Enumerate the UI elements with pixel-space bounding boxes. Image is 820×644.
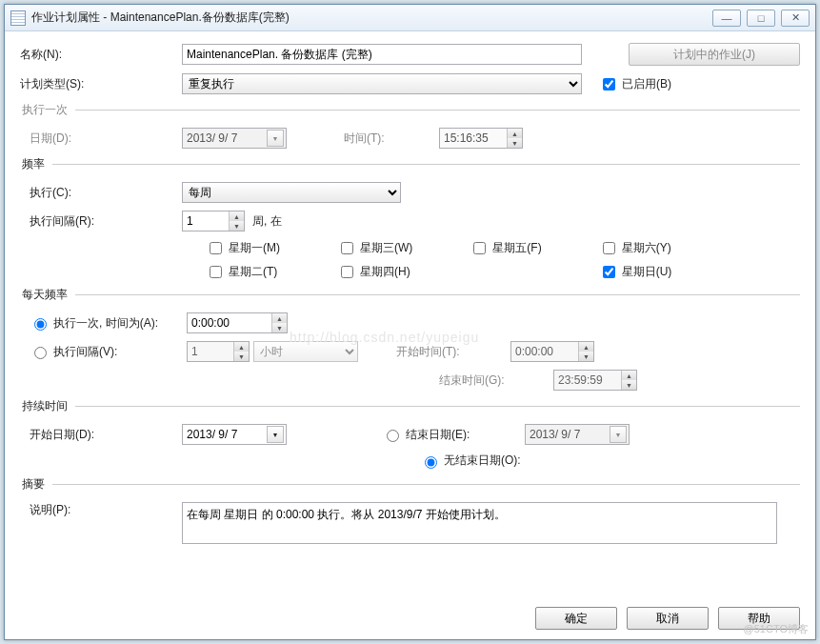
interval-label: 执行间隔(R): <box>20 213 182 230</box>
spin-down-icon[interactable]: ▼ <box>230 221 244 231</box>
interval-input[interactable] <box>183 211 229 231</box>
start-date-label: 开始日期(D): <box>20 427 182 443</box>
name-label: 名称(N): <box>20 47 182 63</box>
spin-down-icon: ▼ <box>508 138 522 148</box>
no-end-date-radio[interactable]: 无结束日期(O): <box>420 453 521 469</box>
enabled-checkbox[interactable]: 已启用(B) <box>599 75 671 93</box>
calendar-dropdown-icon: ▼ <box>610 426 627 443</box>
daily-end-label: 结束时间(G): <box>439 372 553 389</box>
minimize-button[interactable]: — <box>712 10 741 27</box>
start-date-field[interactable]: ▼ <box>182 424 287 445</box>
enabled-checkbox-input[interactable] <box>603 78 615 91</box>
daily-legend: 每天频率 <box>20 287 75 303</box>
interval-suffix: 周, 在 <box>252 213 282 230</box>
schedule-type-label: 计划类型(S): <box>20 76 182 92</box>
window-title: 作业计划属性 - MaintenancePlan.备份数据库(完整) <box>31 10 712 26</box>
end-date-field: ▼ <box>525 424 630 445</box>
app-icon <box>10 10 26 26</box>
enabled-label: 已启用(B) <box>622 76 671 92</box>
once-time-field: ▲▼ <box>439 128 523 149</box>
start-date-input[interactable] <box>183 426 267 443</box>
daily-once-time-input[interactable] <box>188 313 271 332</box>
calendar-dropdown-icon[interactable]: ▼ <box>267 426 284 443</box>
daily-once-radio[interactable]: 执行一次, 时间为(A): <box>30 315 187 332</box>
once-time-input <box>440 129 507 148</box>
frequency-legend: 频率 <box>20 156 52 172</box>
once-date-label: 日期(D): <box>20 131 182 147</box>
daily-start-label: 开始时间(T): <box>396 344 510 360</box>
daily-interval-radio[interactable]: 执行间隔(V): <box>30 344 187 360</box>
schedule-type-select[interactable]: 重复执行 <box>182 73 582 94</box>
daily-interval-spin: ▲▼ <box>187 341 250 362</box>
once-date-input <box>183 130 267 147</box>
day-sun[interactable]: 星期日(U) <box>599 263 672 281</box>
day-tue[interactable]: 星期二(T) <box>206 263 280 281</box>
day-thu[interactable]: 星期四(H) <box>337 263 412 281</box>
daily-once-time[interactable]: ▲▼ <box>187 312 288 333</box>
name-input[interactable] <box>182 44 582 65</box>
titlebar[interactable]: 作业计划属性 - MaintenancePlan.备份数据库(完整) — □ ✕ <box>5 5 815 31</box>
day-mon[interactable]: 星期一(M) <box>206 239 280 257</box>
exec-select[interactable]: 每周 <box>182 182 401 203</box>
maximize-button[interactable]: □ <box>747 10 775 27</box>
duration-legend: 持续时间 <box>20 398 75 414</box>
end-date-radio[interactable]: 结束日期(E): <box>382 427 525 443</box>
calendar-dropdown-icon: ▼ <box>267 130 284 147</box>
scheduled-jobs-button[interactable]: 计划中的作业(J) <box>629 43 800 66</box>
interval-spin[interactable]: ▲▼ <box>182 211 245 231</box>
spin-up-icon: ▲ <box>508 129 522 138</box>
daily-interval-input <box>188 342 233 361</box>
close-button[interactable]: ✕ <box>781 10 810 27</box>
dialog-window: 作业计划属性 - MaintenancePlan.备份数据库(完整) — □ ✕… <box>4 4 816 640</box>
summary-legend: 摘要 <box>20 476 52 493</box>
desc-textarea[interactable] <box>182 502 777 544</box>
cancel-button[interactable]: 取消 <box>627 607 709 630</box>
exec-once-legend: 执行一次 <box>20 102 75 118</box>
watermark-url: http://blog.csdn.net/yupeigu <box>290 330 479 345</box>
once-time-label: 时间(T): <box>344 131 439 147</box>
day-sat[interactable]: 星期六(Y) <box>599 239 672 257</box>
desc-label: 说明(P): <box>20 502 182 518</box>
once-date-field: ▼ <box>182 128 287 149</box>
dialog-footer: 确定 取消 帮助 <box>5 597 815 639</box>
daily-end-time: ▲▼ <box>553 370 637 391</box>
exec-label: 执行(C): <box>20 185 182 201</box>
ok-button[interactable]: 确定 <box>535 607 617 630</box>
day-fri[interactable]: 星期五(F) <box>470 239 541 257</box>
spin-up-icon[interactable]: ▲ <box>230 211 244 221</box>
daily-start-time: ▲▼ <box>510 341 594 362</box>
dialog-content: 名称(N): 计划中的作业(J) 计划类型(S): 重复执行 已启用(B) 执行… <box>5 31 815 597</box>
watermark-text: @51CTO博客 <box>744 622 809 636</box>
day-wed[interactable]: 星期三(W) <box>337 239 412 257</box>
